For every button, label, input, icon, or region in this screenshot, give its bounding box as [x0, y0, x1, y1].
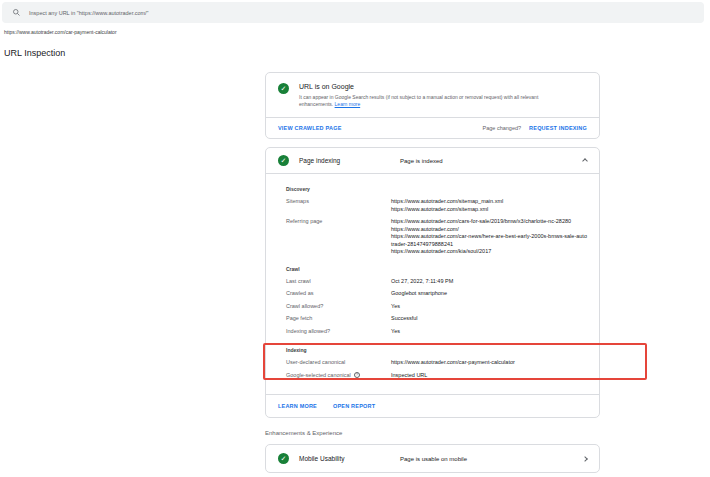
- page-title: URL Inspection: [4, 48, 65, 58]
- sitemap-url: https://www.autotrader.com/sitemap.xml: [391, 206, 587, 214]
- inspected-url: https://www.autotrader.com/car-payment-c…: [4, 29, 117, 35]
- crawl-row: Page fetch Successful: [286, 315, 587, 323]
- row-label: Crawled as: [286, 290, 391, 298]
- search-placeholder: Inspect any URL in "https://www.autotrad…: [29, 10, 149, 16]
- indexing-row: Google-selected canonical? Inspected URL: [286, 372, 587, 380]
- enhancement-title: Mobile Usability: [299, 455, 390, 462]
- row-label: Indexing allowed?: [286, 328, 391, 336]
- row-value: Oct 27, 2022, 7:11:49 PM: [391, 278, 587, 286]
- indexing-section: Indexing User-declared canonical https:/…: [286, 347, 587, 379]
- open-report-button[interactable]: OPEN REPORT: [333, 403, 375, 409]
- crawl-row: Last crawl Oct 27, 2022, 7:11:49 PM: [286, 278, 587, 286]
- row-label: Google-selected canonical?: [286, 372, 391, 380]
- crawl-row: Indexing allowed? Yes: [286, 328, 587, 336]
- row-value: Successful: [391, 315, 587, 323]
- check-circle-icon: ✓: [278, 453, 289, 464]
- page-indexing-card: ✓ Page indexing Page is indexed Discover…: [265, 147, 600, 418]
- crawl-heading: Crawl: [286, 266, 587, 272]
- chevron-right-icon: [582, 456, 588, 462]
- referring-url: https://www.autotrader.com/kia/soul/2017: [391, 248, 587, 256]
- main-content: ✓ URL is on Google It can appear in Goog…: [265, 72, 600, 477]
- row-value: https://www.autotrader.com/car-payment-c…: [391, 359, 587, 367]
- indexing-heading: Indexing: [286, 347, 587, 353]
- row-label: Page fetch: [286, 315, 391, 323]
- row-value: Yes: [391, 328, 587, 336]
- page-changed-label: Page changed?: [483, 125, 522, 131]
- row-value: Yes: [391, 303, 587, 311]
- request-indexing-button[interactable]: REQUEST INDEXING: [529, 125, 587, 131]
- enhancements-heading: Enhancements & Experience: [265, 430, 600, 436]
- view-crawled-page-button[interactable]: VIEW CRAWLED PAGE: [278, 125, 342, 131]
- url-inspect-search-bar[interactable]: Inspect any URL in "https://www.autotrad…: [2, 2, 704, 23]
- crawl-row: Crawled as Googlebot smartphone: [286, 290, 587, 298]
- referring-url: https://www.autotrader.com/car-news/here…: [391, 233, 587, 248]
- verdict-card: ✓ URL is on Google It can appear in Goog…: [265, 72, 600, 139]
- enhancement-status: Page is usable on mobile: [400, 456, 573, 462]
- referring-url: https://www.autotrader.com/cars-for-sale…: [391, 218, 587, 226]
- check-circle-icon: ✓: [278, 83, 289, 94]
- mobile-usability-card[interactable]: ✓ Mobile Usability Page is usable on mob…: [265, 444, 600, 473]
- crawl-row: Crawl allowed? Yes: [286, 303, 587, 311]
- row-value: Googlebot smartphone: [391, 290, 587, 298]
- row-label: User-declared canonical: [286, 359, 391, 367]
- row-value: Inspected URL: [391, 372, 587, 380]
- sitemaps-row: Sitemaps https://www.autotrader.com/site…: [286, 198, 587, 213]
- search-icon: [12, 8, 21, 17]
- row-label: Sitemaps: [286, 198, 391, 213]
- check-circle-icon: ✓: [278, 155, 289, 166]
- url-inspection-page: { "icons": { "check": "✓", "help": "?" }…: [0, 0, 710, 477]
- verdict-title: URL is on Google: [299, 83, 551, 90]
- referring-page-row: Referring page https://www.autotrader.co…: [286, 218, 587, 256]
- row-label: Crawl allowed?: [286, 303, 391, 311]
- page-indexing-title: Page indexing: [299, 157, 390, 164]
- row-value: https://www.autotrader.com/cars-for-sale…: [391, 218, 587, 256]
- referring-url: https://www.autotrader.com/: [391, 226, 587, 234]
- learn-more-link[interactable]: Learn more: [335, 101, 361, 107]
- row-label: Last crawl: [286, 278, 391, 286]
- row-label: Referring page: [286, 218, 391, 256]
- indexing-row: User-declared canonical https://www.auto…: [286, 359, 587, 367]
- verdict-description: It can appear in Google Search results (…: [299, 94, 551, 108]
- help-icon[interactable]: ?: [354, 372, 360, 378]
- chevron-up-icon: [582, 158, 588, 164]
- learn-more-button[interactable]: LEARN MORE: [278, 403, 317, 409]
- page-indexing-header[interactable]: ✓ Page indexing Page is indexed: [266, 148, 599, 174]
- row-label-text: Google-selected canonical: [286, 372, 351, 378]
- row-value: https://www.autotrader.com/sitemap_main.…: [391, 198, 587, 213]
- discovery-heading: Discovery: [286, 186, 587, 192]
- sitemap-url: https://www.autotrader.com/sitemap_main.…: [391, 198, 587, 206]
- page-indexing-status: Page is indexed: [400, 158, 573, 164]
